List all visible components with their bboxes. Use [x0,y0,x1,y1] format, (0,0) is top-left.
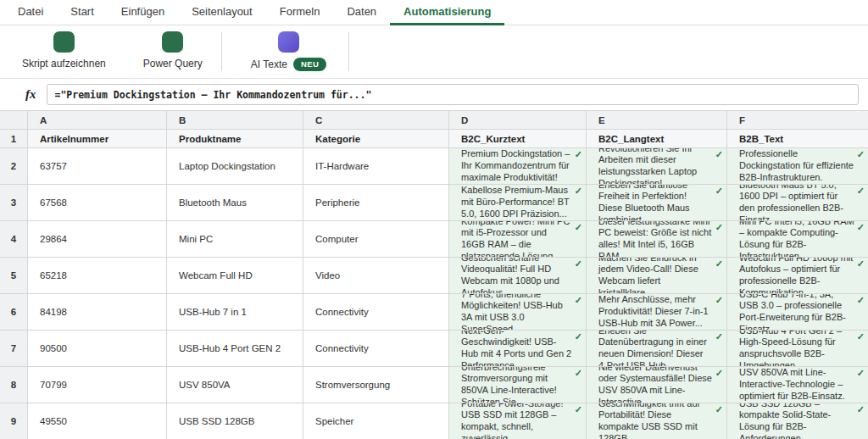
cell[interactable]: USB-Hub 4 Port Gen 2 – High-Speed-Lösung… [727,331,868,367]
cell[interactable]: USB-C Hub 7-in-1, 3A, USB 3.0 – professi… [727,294,868,331]
ai-generated-check-icon: ✓ [575,259,582,269]
cell[interactable]: Bluetooth Maus [167,185,303,221]
cell[interactable]: Unterbrechungsfreie Stromversorgung mit … [449,367,587,403]
cell[interactable]: Bluetooth Maus BT 5.0, 1600 DPI – optimi… [727,185,868,221]
cell[interactable]: 84198 [28,294,167,331]
cell[interactable]: Laptop Dockingstation [167,148,303,185]
cell[interactable]: Gestochen scharfe Videoqualität! Full HD… [449,258,587,294]
cell[interactable]: Mini PC Intel i5, 16GB RAM – kompakte Co… [727,221,868,258]
cell[interactable]: Erleben Sie Datenübertragung in einer ne… [587,331,727,367]
cell[interactable]: IT-Hardware [303,148,449,185]
tab-seitenlayout[interactable]: Seitenlayout [178,0,266,25]
header-cell[interactable]: Kategorie [303,130,449,148]
row-number[interactable]: 4 [0,221,28,258]
ai-generated-check-icon: ✓ [857,150,865,159]
tab-start[interactable]: Start [57,0,107,25]
cell[interactable]: Portable Power-Storage! USB SSD mit 128G… [449,403,587,439]
cell[interactable]: Connectivity [303,331,449,367]
tab-formeln[interactable]: Formeln [266,0,334,25]
row-number[interactable]: 6 [0,294,28,331]
cell[interactable]: 7 Ports, unendliche Möglichkeiten! USB-H… [449,294,587,331]
cell[interactable]: Mehr Anschlüsse, mehr Produktivität! Die… [587,294,727,331]
cell[interactable]: Dieser leistungsstarke Mini PC beweist: … [587,221,727,258]
cell[interactable]: Computer [303,221,449,258]
cell[interactable]: USB-Hub 7 in 1 [167,294,303,331]
spreadsheet-app: Datei Start Einfügen Seitenlayout Formel… [0,0,868,439]
row-number[interactable]: 2 [0,148,28,185]
cell[interactable]: Webcam Full HD [167,258,303,294]
cell[interactable]: Geschwindigkeit trifft auf Portabilität!… [587,403,727,439]
cell[interactable]: 63757 [28,148,167,185]
cell[interactable]: Stromversorgung [303,367,449,403]
tab-datei[interactable]: Datei [4,0,57,25]
cell[interactable]: USB-Hub 4 Port GEN 2 [167,331,303,367]
row-number[interactable]: 8 [0,367,28,403]
cell[interactable]: USB SSD 128GB – kompakte Solid-State-Lös… [727,403,868,439]
cell[interactable]: USV 850VA [167,367,303,403]
column-letter[interactable]: E [587,111,727,130]
cell[interactable]: Webcam Full HD 1080p mit Autofokus – opt… [727,258,868,294]
cell[interactable]: 65218 [28,258,167,294]
spreadsheet: ABCDEF1ArtikelnummerProduktnameKategorie… [0,110,868,439]
power-query-button[interactable]: Power Query [125,25,221,78]
column-letter[interactable]: F [727,111,868,130]
cell[interactable]: 70799 [28,367,167,403]
row-number[interactable]: 7 [0,331,28,367]
cell[interactable]: 29864 [28,221,167,258]
tab-einfuegen[interactable]: Einfügen [108,0,178,25]
ai-generated-check-icon: ✓ [857,186,865,196]
row-number[interactable]: 9 [0,403,28,439]
cell[interactable]: Machen Sie Eindruck in jedem Video-Call!… [587,258,727,294]
cell[interactable]: Peripherie [303,185,449,221]
cell[interactable]: Speicher [303,403,449,439]
cell[interactable]: 49550 [28,403,167,439]
cell[interactable]: Nie wieder Datenverlust oder Systemausfä… [587,367,727,403]
ai-generated-check-icon: ✓ [715,369,723,378]
new-badge: NEU [293,58,326,71]
ai-generated-check-icon: ✓ [575,405,582,414]
cell[interactable]: Erleben Sie drahtlose Freiheit in Perfek… [587,185,727,221]
ai-generated-check-icon: ✓ [715,186,723,196]
ai-generated-check-icon: ✓ [715,150,723,159]
cell[interactable]: Revolutionieren Sie Ihr Arbeiten mit die… [587,148,727,185]
column-letter[interactable]: A [28,111,167,130]
cell[interactable]: Connectivity [303,294,449,331]
cell[interactable]: Next-Gen-Geschwindigkeit! USB-Hub mit 4 … [449,331,587,367]
record-script-label: Skript aufzeichnen [22,58,106,69]
column-letter[interactable]: D [449,111,587,130]
cell[interactable]: Video [303,258,449,294]
cell[interactable]: USB SSD 128GB [167,403,303,439]
cell[interactable]: Kabellose Premium-Maus mit Büro-Performa… [449,185,587,221]
ai-generated-check-icon: ✓ [857,332,865,342]
header-cell[interactable]: B2C_Kurztext [449,130,587,148]
tab-automatisierung[interactable]: Automatisierung [390,0,504,25]
cell[interactable]: Premium Dockingstation – Ihr Kommandozen… [449,148,587,185]
record-script-button[interactable]: Skript aufzeichnen [3,25,125,78]
ai-generated-check-icon: ✓ [575,223,582,232]
select-all-corner[interactable] [0,111,28,130]
row-number[interactable]: 3 [0,185,28,221]
cell[interactable]: 90500 [28,331,167,367]
formula-input[interactable] [47,84,860,105]
ai-text-button[interactable]: AI Texte NEU [222,25,348,78]
header-cell[interactable]: Produktname [167,130,303,148]
row-number[interactable]: 1 [0,130,28,148]
row-number[interactable]: 5 [0,258,28,294]
ai-generated-check-icon: ✓ [857,259,865,269]
column-letter[interactable]: B [167,111,303,130]
tab-daten[interactable]: Daten [333,0,390,25]
cell[interactable]: Kompakte Power! Mini PC mit i5-Prozessor… [449,221,587,258]
power-query-icon [162,31,183,53]
header-cell[interactable]: B2C_Langtext [587,130,727,148]
header-cell[interactable]: B2B_Text [727,130,868,148]
ai-generated-check-icon: ✓ [715,405,723,414]
column-letter[interactable]: C [303,111,449,130]
header-cell[interactable]: Artikelnummer [28,130,167,148]
ribbon-tab-bar: Datei Start Einfügen Seitenlayout Formel… [0,0,868,25]
ai-generated-check-icon: ✓ [857,405,865,414]
power-query-label: Power Query [143,58,203,69]
cell[interactable]: 67568 [28,185,167,221]
cell[interactable]: Professionelle Dockingstation für effizi… [727,148,868,185]
cell[interactable]: USV 850VA mit Line-Interactive-Technolog… [727,367,868,403]
cell[interactable]: Mini PC [167,221,303,258]
